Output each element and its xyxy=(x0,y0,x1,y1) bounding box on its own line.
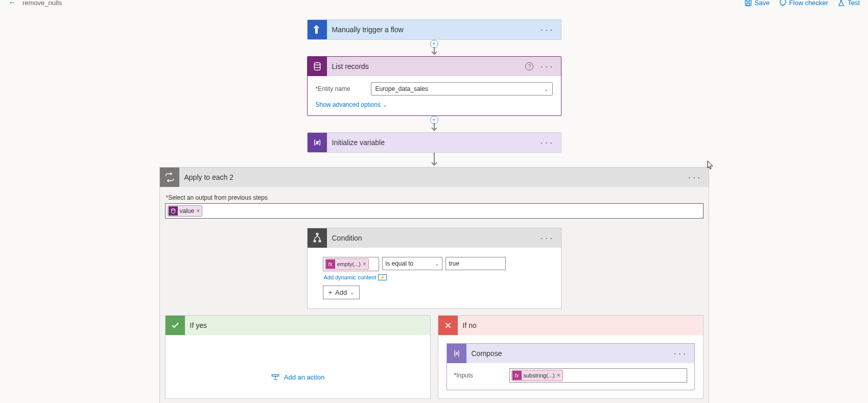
list-records-icon xyxy=(308,57,327,76)
compose-card: Compose · · · *Inputs fx substring( xyxy=(447,343,695,390)
entity-name-label: *Entity name xyxy=(316,85,367,92)
arrow-icon xyxy=(431,153,438,167)
condition-icon xyxy=(308,228,327,248)
svg-rect-0 xyxy=(745,0,751,6)
save-label: Save xyxy=(755,0,770,7)
fx-icon: fx xyxy=(512,371,522,380)
trigger-menu[interactable]: · · · xyxy=(536,24,556,36)
arrow-icon xyxy=(431,123,438,132)
expression-token[interactable]: fx substring(...) × xyxy=(511,370,563,381)
initialize-variable-card[interactable]: x Initialize variable · · · xyxy=(307,132,561,153)
add-label: Add xyxy=(335,289,347,296)
add-dynamic-content-link[interactable]: Add dynamic content ⚡ xyxy=(324,274,387,280)
svg-rect-1 xyxy=(747,3,750,6)
variable-icon: x xyxy=(308,133,327,152)
test-label: Test xyxy=(848,0,860,7)
value-token[interactable]: value × xyxy=(168,205,203,217)
check-icon xyxy=(166,316,185,335)
if-yes-label: If yes xyxy=(185,321,207,329)
token-label: value xyxy=(180,207,195,215)
list-records-card[interactable]: List records ? · · · *Entity name Europe… xyxy=(307,56,561,116)
compose-menu[interactable]: · · · xyxy=(670,348,690,360)
svg-rect-7 xyxy=(316,233,318,235)
loop-icon xyxy=(160,168,179,187)
svg-rect-5 xyxy=(314,241,315,242)
chevron-down-icon: ⌄ xyxy=(350,290,354,295)
entity-name-value: Europe_data_sales xyxy=(376,85,428,92)
add-action-label: Add an action xyxy=(284,373,325,381)
remove-token-icon[interactable]: × xyxy=(363,260,366,268)
list-records-title: List records xyxy=(327,62,526,70)
if-no-label: If no xyxy=(458,321,477,329)
condition-header[interactable]: Condition · · · xyxy=(308,228,561,248)
save-icon xyxy=(744,0,752,7)
if-no-branch: If no Compose · · · xyxy=(438,315,703,399)
if-yes-branch: If yes Add an action xyxy=(165,315,431,399)
save-button[interactable]: Save xyxy=(744,0,770,7)
test-icon xyxy=(837,0,845,7)
dynamic-badge-icon: ⚡ xyxy=(378,274,387,280)
fx-icon: fx xyxy=(326,259,335,269)
arrow-icon xyxy=(431,47,438,56)
condition-menu[interactable]: · · · xyxy=(536,232,556,244)
remove-token-icon[interactable]: × xyxy=(557,372,560,379)
condition-right-input[interactable]: true xyxy=(445,257,506,270)
initialize-variable-title: Initialize variable xyxy=(327,138,537,147)
flow-name: remove_nulls xyxy=(22,0,62,7)
svg-rect-8 xyxy=(272,375,279,376)
trigger-icon xyxy=(308,20,327,39)
add-condition-button[interactable]: + Add ⌄ xyxy=(323,286,360,299)
cursor-icon xyxy=(707,160,714,172)
if-no-header[interactable]: If no xyxy=(438,316,703,335)
svg-point-4 xyxy=(171,209,175,210)
initialize-variable-menu[interactable]: · · · xyxy=(536,137,556,149)
select-output-label: *Select an output from previous steps xyxy=(165,194,703,201)
list-records-menu[interactable]: · · · xyxy=(536,61,556,73)
svg-point-2 xyxy=(314,63,320,65)
remove-token-icon[interactable]: × xyxy=(196,207,200,215)
apply-to-each-card: Apply to each 2 · · · *Select an output … xyxy=(159,167,709,403)
compose-inputs-label: *Inputs xyxy=(454,372,505,379)
compose-title: Compose xyxy=(466,349,670,358)
chevron-down-icon: ⌄ xyxy=(383,102,387,108)
condition-operator-select[interactable]: is equal to ⌄ xyxy=(382,257,442,270)
apply-to-each-title: Apply to each 2 xyxy=(179,173,685,181)
expr-label: empty(...) xyxy=(337,261,361,267)
checker-icon xyxy=(779,0,787,7)
svg-rect-6 xyxy=(319,241,320,242)
compose-header[interactable]: Compose · · · xyxy=(447,344,694,363)
operator-value: is equal to xyxy=(386,260,414,267)
help-icon[interactable]: ? xyxy=(525,62,533,70)
if-yes-header[interactable]: If yes xyxy=(166,316,430,335)
apply-to-each-menu[interactable]: · · · xyxy=(684,172,704,183)
trigger-title: Manually trigger a flow xyxy=(327,26,537,34)
expression-token[interactable]: fx empty(...) × xyxy=(325,258,369,270)
apply-to-each-header[interactable]: Apply to each 2 · · · xyxy=(160,168,709,187)
chevron-down-icon: ⌄ xyxy=(435,261,439,267)
compose-icon xyxy=(447,344,466,363)
add-action-icon xyxy=(271,372,280,382)
flow-checker-button[interactable]: Flow checker xyxy=(779,0,829,7)
plus-icon: + xyxy=(329,289,333,296)
svg-text:x: x xyxy=(315,140,318,145)
condition-left-input[interactable]: fx empty(...) × xyxy=(323,257,379,271)
close-icon xyxy=(438,316,458,335)
add-action-button[interactable]: Add an action xyxy=(271,372,325,382)
database-icon xyxy=(169,206,178,216)
chevron-down-icon: ⌄ xyxy=(544,86,548,92)
right-value: true xyxy=(449,260,460,267)
select-output-input[interactable]: value × xyxy=(165,203,703,219)
test-button[interactable]: Test xyxy=(837,0,860,7)
expr-label: substring(...) xyxy=(524,372,555,378)
entity-name-select[interactable]: Europe_data_sales ⌄ xyxy=(371,82,553,96)
back-arrow-icon[interactable]: ← xyxy=(8,0,16,7)
condition-title: Condition xyxy=(327,234,537,242)
compose-inputs-field[interactable]: fx substring(...) × xyxy=(509,368,687,383)
trigger-card[interactable]: Manually trigger a flow · · · xyxy=(307,19,561,40)
checker-label: Flow checker xyxy=(789,0,829,7)
condition-card: Condition · · · fx empty(...) × xyxy=(307,228,561,309)
show-advanced-link[interactable]: Show advanced options ⌄ xyxy=(316,101,387,108)
